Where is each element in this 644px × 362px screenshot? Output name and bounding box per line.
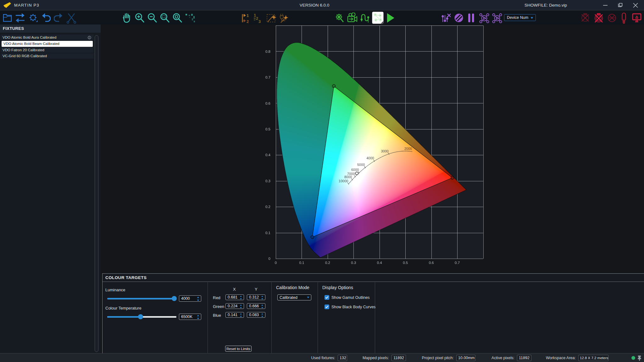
svg-text:2: 2 bbox=[247, 19, 249, 24]
svg-text:1: 1 bbox=[247, 13, 249, 18]
